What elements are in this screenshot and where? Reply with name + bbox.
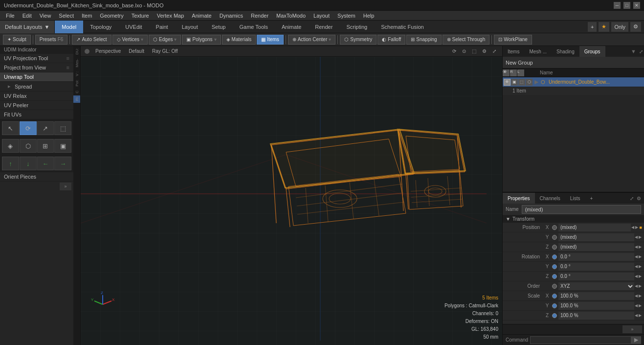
- tab-game-tools[interactable]: Game Tools: [232, 21, 275, 33]
- menu-select[interactable]: Select: [55, 11, 78, 21]
- tool-icon-scale[interactable]: ↗: [37, 121, 54, 135]
- rot-z-prev-btn[interactable]: ◀: [634, 274, 638, 279]
- close-button[interactable]: ✕: [633, 2, 640, 9]
- scale-z-prev-btn[interactable]: ◀: [634, 313, 638, 318]
- tab-properties[interactable]: Properties: [503, 193, 535, 204]
- sculpt-button[interactable]: ✦ Sculpt: [3, 35, 31, 45]
- arrow-left-icon[interactable]: ←: [37, 157, 54, 170]
- shading-mode-button[interactable]: Default: [127, 48, 146, 54]
- vp-frame-button[interactable]: ⬚: [470, 48, 478, 54]
- vis-btn-eye[interactable]: 👁: [503, 69, 510, 76]
- right-top-expand-button[interactable]: ⤢: [638, 48, 644, 55]
- pos-y-input[interactable]: [558, 233, 634, 241]
- vp-settings-button[interactable]: ⚙: [480, 48, 489, 54]
- minimize-button[interactable]: ─: [614, 2, 621, 9]
- menu-animate[interactable]: Animate: [188, 11, 215, 21]
- rot-y-next-btn[interactable]: ▶: [638, 264, 642, 269]
- tab-topology[interactable]: Topology: [83, 21, 118, 33]
- order-prev-btn[interactable]: ◀: [634, 283, 638, 289]
- tab-setup[interactable]: Setup: [205, 21, 233, 33]
- scale-z-input[interactable]: [558, 312, 634, 320]
- command-exec-button[interactable]: ▶: [631, 336, 641, 344]
- menu-vertex-map[interactable]: Vertex Map: [153, 11, 188, 21]
- vp-expand-button[interactable]: ⤢: [490, 48, 498, 54]
- orient-pieces-item[interactable]: Orient Pieces: [0, 172, 73, 182]
- rot-z-input[interactable]: [558, 273, 634, 280]
- item-render-icon[interactable]: ▣: [511, 79, 518, 86]
- tab-channels[interactable]: Channels: [535, 193, 565, 204]
- settings-button[interactable]: ⚙: [630, 22, 641, 32]
- default-layouts-dropdown[interactable]: Default Layouts ▼: [0, 21, 55, 33]
- item-row-sink[interactable]: 👁 ▣ ⬚ ⬡ ▶ ⬡ Undermount_Double_Bow...: [503, 77, 644, 87]
- pos-z-circle[interactable]: [552, 245, 557, 250]
- rot-y-input[interactable]: [558, 263, 634, 271]
- arrow-down-icon[interactable]: ↓: [20, 157, 37, 170]
- tab-add-prop[interactable]: +: [585, 193, 598, 204]
- rot-z-circle[interactable]: [552, 274, 557, 279]
- pos-y-prev-btn[interactable]: ◀: [634, 234, 638, 240]
- fit-uvs-item[interactable]: Fit UVs: [0, 110, 73, 119]
- scale-y-circle[interactable]: [552, 303, 557, 308]
- pos-z-prev-btn[interactable]: ◀: [634, 244, 638, 250]
- vp-zoom-button[interactable]: ⊙: [460, 48, 468, 54]
- tool-icon-d[interactable]: ▣: [54, 139, 71, 153]
- tab-render[interactable]: Render: [308, 21, 339, 33]
- uv-relax-item[interactable]: UV Relax: [0, 92, 73, 101]
- prop-expand-button[interactable]: ⤢: [629, 195, 635, 202]
- maximize-button[interactable]: □: [623, 2, 630, 9]
- tool-icon-transform[interactable]: ⬚: [54, 121, 71, 135]
- tab-schematic[interactable]: Schematic Fusion: [374, 21, 430, 33]
- scale-x-prev-btn[interactable]: ◀: [634, 293, 638, 299]
- vp-orbit-button[interactable]: ⟳: [450, 48, 458, 54]
- pos-z-next-btn[interactable]: ▶: [638, 244, 642, 250]
- tab-layout[interactable]: Layout: [175, 21, 205, 33]
- workplane-button[interactable]: ⊡ WorkPlane: [494, 35, 532, 45]
- menu-item[interactable]: Item: [78, 11, 96, 21]
- star-button[interactable]: ★: [599, 22, 609, 32]
- item-extra-icon[interactable]: ⬡: [526, 79, 533, 86]
- rot-y-prev-btn[interactable]: ◀: [634, 264, 638, 269]
- vertices-button[interactable]: ◇ Vertices ▾: [112, 35, 148, 45]
- prop-settings-button[interactable]: ⚙: [636, 195, 642, 202]
- tab-animate[interactable]: Animate: [275, 21, 308, 33]
- vis-btn-render[interactable]: R: [510, 69, 517, 76]
- rot-x-circle[interactable]: [552, 254, 557, 259]
- scale-y-next-btn[interactable]: ▶: [638, 303, 642, 308]
- menu-file[interactable]: File: [2, 11, 19, 21]
- arrow-up-icon[interactable]: ↑: [2, 157, 19, 170]
- pos-x-prev-btn[interactable]: ◀: [631, 225, 635, 230]
- item-eye-icon[interactable]: 👁: [504, 79, 511, 86]
- viewport[interactable]: Perspective Default Ray GL: Off ⟳ ⊙ ⬚ ⚙ …: [81, 46, 502, 345]
- rot-y-circle[interactable]: [552, 264, 557, 269]
- select-through-button[interactable]: ⊗ Select Through: [443, 35, 490, 45]
- tab-uvedit[interactable]: UVEdit: [118, 21, 149, 33]
- menu-help[interactable]: Help: [359, 11, 378, 21]
- side-label-fi[interactable]: FI: [73, 95, 80, 103]
- tool-icon-c[interactable]: ⊞: [37, 139, 54, 153]
- tab-mesh[interactable]: Mesh ...: [524, 46, 552, 57]
- prop-scroll-button[interactable]: »: [622, 325, 642, 333]
- snapping-button[interactable]: ⊞ Snapping: [406, 35, 441, 45]
- rot-x-next-btn[interactable]: ▶: [638, 254, 642, 259]
- arrow-right-icon[interactable]: →: [54, 157, 71, 170]
- menu-system[interactable]: System: [333, 11, 359, 21]
- pos-x-input[interactable]: [558, 224, 631, 231]
- presets-button[interactable]: Presets F6: [35, 35, 68, 45]
- items-button[interactable]: ▦ Items: [257, 35, 283, 45]
- scale-y-prev-btn[interactable]: ◀: [634, 303, 638, 308]
- udim-indicator-item[interactable]: UDIM Indicator: [0, 46, 73, 54]
- tab-shading[interactable]: Shading: [552, 46, 579, 57]
- falloff-button[interactable]: ◐ Falloff: [378, 35, 405, 45]
- name-input[interactable]: [522, 205, 641, 214]
- menu-view[interactable]: View: [36, 11, 55, 21]
- order-circle[interactable]: [552, 284, 557, 289]
- auto-select-button[interactable]: ↗ Auto Select: [72, 35, 111, 45]
- spread-item[interactable]: ▸ Spread: [0, 82, 73, 92]
- collapse-button[interactable]: »: [60, 183, 71, 190]
- menu-edit[interactable]: Edit: [19, 11, 36, 21]
- tool-icon-b[interactable]: ⬡: [20, 139, 37, 153]
- unwrap-tool-item[interactable]: Unwrap Tool: [0, 72, 73, 82]
- tab-groups[interactable]: Groups: [579, 46, 605, 57]
- edges-button[interactable]: ⬡ Edges ▾: [149, 35, 181, 45]
- scale-y-input[interactable]: [558, 302, 634, 310]
